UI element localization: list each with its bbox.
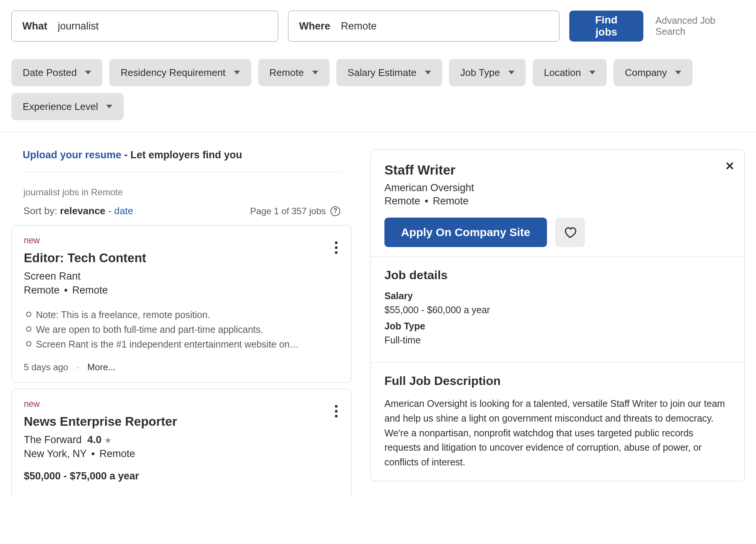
highlight: Note: This is a freelance, remote positi… [24,308,339,322]
job-detail-panel: ✕ Staff Writer American Oversight Remote… [370,149,745,481]
page-info-text: Page 1 of 357 jobs [250,206,326,216]
loc-b: Remote [99,448,135,459]
type-value: Full-time [384,335,731,346]
results-column: Upload your resume - Let employers find … [11,149,352,503]
filter-label: Experience Level [23,101,98,113]
search-bar: What Where Find jobs Advanced Job Search [11,11,745,42]
loc-b: Remote [72,284,108,296]
find-jobs-button[interactable]: Find jobs [569,11,643,42]
detail-header: ✕ Staff Writer American Oversight Remote… [371,150,744,257]
divider [0,131,756,132]
upload-resume-text: - Let employers find you [121,149,242,161]
chevron-down-icon [85,71,91,74]
chevron-down-icon [312,71,318,74]
detail-title: Staff Writer [384,162,731,178]
loc-a: Remote [384,195,420,207]
highlight: Screen Rant is the #1 independent entert… [24,337,339,352]
sort-row: Sort by: relevance - date Page 1 of 357 … [23,205,340,217]
chevron-down-icon [234,71,240,74]
upload-resume-bar: Upload your resume - Let employers find … [23,149,340,172]
chevron-down-icon [425,71,431,74]
job-company[interactable]: Screen Rant [24,270,339,282]
chevron-down-icon [675,71,681,74]
job-title[interactable]: News Enterprise Reporter [24,414,339,429]
chevron-down-icon [106,105,112,108]
page-info: Page 1 of 357 jobs ? [250,206,340,216]
chevron-down-icon [508,71,514,74]
filter-salary[interactable]: Salary Estimate [336,59,442,86]
upload-resume-link[interactable]: Upload your resume [23,149,121,161]
filter-label: Remote [270,67,304,79]
new-badge: new [24,399,339,409]
filter-company[interactable]: Company [613,59,692,86]
type-label: Job Type [384,321,731,332]
filter-remote[interactable]: Remote [258,59,330,86]
what-search-box[interactable]: What [11,11,278,42]
card-footer: 5 days ago · More... [24,362,339,372]
filter-date-posted[interactable]: Date Posted [11,59,102,86]
more-link[interactable]: More... [87,362,116,372]
where-label: Where [299,20,330,32]
filter-label: Location [544,67,581,79]
sort-date[interactable]: date [114,205,133,216]
what-label: What [22,20,47,32]
filter-job-type[interactable]: Job Type [449,59,526,86]
filter-experience[interactable]: Experience Level [11,93,124,120]
salary-value: $55,000 - $60,000 a year [384,304,731,315]
query-summary: journalist jobs in Remote [23,187,352,198]
filter-label: Company [625,67,667,79]
posted-age: 5 days ago [24,362,68,372]
save-job-button[interactable] [555,218,585,247]
detail-company[interactable]: American Oversight [384,182,731,194]
where-search-box[interactable]: Where [288,11,559,42]
filter-residency[interactable]: Residency Requirement [109,59,251,86]
section-heading: Job details [384,268,731,282]
highlight: We are open to both full-time and part-t… [24,322,339,337]
loc-a: Remote [24,284,60,296]
chevron-down-icon [589,71,595,74]
sort-sep: - [105,205,114,216]
help-icon[interactable]: ? [330,206,340,216]
job-card[interactable]: new News Enterprise Reporter The Forward… [11,389,352,497]
close-icon[interactable]: ✕ [725,159,734,173]
job-highlights: Note: This is a freelance, remote positi… [24,308,339,351]
job-card[interactable]: new Editor: Tech Content Screen Rant Rem… [11,225,352,383]
filter-row: Date Posted Residency Requirement Remote… [11,59,745,131]
apply-button[interactable]: Apply On Company Site [384,218,547,247]
filter-label: Job Type [460,67,500,79]
job-location: Remote•Remote [24,284,339,296]
heart-icon [563,226,577,239]
job-location: New York, NY•Remote [24,448,339,460]
detail-column: ✕ Staff Writer American Oversight Remote… [370,149,745,503]
sort-relevance[interactable]: relevance [60,205,105,216]
new-badge: new [24,235,339,246]
detail-location: Remote•Remote [384,195,731,207]
filter-label: Residency Requirement [121,67,225,79]
filter-location[interactable]: Location [533,59,607,86]
job-company[interactable]: The Forward 4.0 ★ [24,434,339,446]
filter-label: Date Posted [23,67,77,79]
kebab-icon[interactable] [333,403,340,420]
where-input[interactable] [341,20,548,32]
salary: $50,000 - $75,000 a year [24,470,339,482]
company-name: The Forward [24,434,82,445]
job-details-section: Job details Salary $55,000 - $60,000 a y… [371,257,744,362]
star-icon: ★ [104,436,112,445]
loc-a: New York, NY [24,448,87,459]
job-description-section: Full Job Description American Oversight … [371,362,744,481]
section-heading: Full Job Description [384,374,731,388]
company-rating: 4.0 [87,434,102,445]
filter-label: Salary Estimate [348,67,417,79]
loc-b: Remote [433,195,469,207]
job-title[interactable]: Editor: Tech Content [24,251,339,265]
salary-label: Salary [384,291,731,301]
advanced-search-link[interactable]: Advanced Job Search [655,15,745,37]
what-input[interactable] [58,20,267,32]
description-text: American Oversight is looking for a tale… [384,396,731,470]
sort-label: Sort by: [23,205,60,216]
kebab-icon[interactable] [333,239,340,256]
